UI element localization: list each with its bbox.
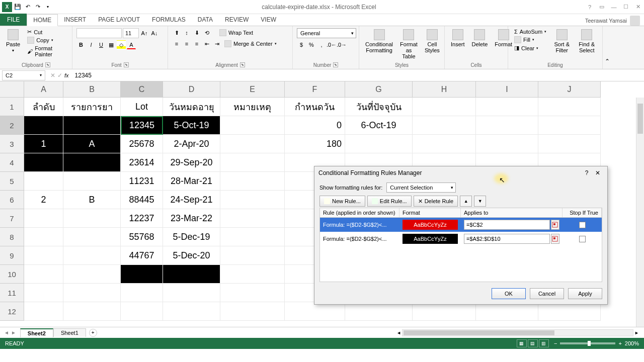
edit-rule-button[interactable]: Edit Rule... <box>367 196 412 207</box>
fill-color-button[interactable]: ◇ <box>117 40 126 49</box>
redo-icon[interactable]: ↷ <box>33 3 42 12</box>
stop-checkbox-2[interactable] <box>579 236 586 242</box>
cell-B8[interactable] <box>63 228 121 246</box>
zoom-out-icon[interactable]: − <box>554 340 557 346</box>
cell-J1[interactable] <box>538 98 601 116</box>
range-select-icon-2[interactable] <box>551 234 559 244</box>
align-right-icon[interactable]: ≡ <box>192 39 201 48</box>
align-left-icon[interactable]: ≡ <box>172 39 181 48</box>
accept-formula-icon[interactable]: ✓ <box>57 72 62 79</box>
cell-B2[interactable] <box>63 116 121 135</box>
cell-A2[interactable] <box>24 116 63 135</box>
percent-icon[interactable]: % <box>307 40 316 49</box>
dialog-help-icon[interactable]: ? <box>581 169 592 176</box>
wrap-text-button[interactable]: Wrap Text <box>217 29 255 37</box>
row-header-2[interactable]: 2 <box>0 116 24 135</box>
orientation-icon[interactable]: ⟲ <box>202 28 211 37</box>
cell-E10[interactable] <box>220 265 285 284</box>
increase-font-icon[interactable]: A↑ <box>140 29 149 38</box>
zoom-in-icon[interactable]: + <box>618 340 621 346</box>
col-header-C[interactable]: C <box>121 81 163 98</box>
cell-C6[interactable]: 88445 <box>121 191 163 209</box>
merge-button[interactable]: Merge & Center▾ <box>222 40 279 48</box>
zoom-level[interactable]: 200% <box>625 340 639 346</box>
underline-button[interactable]: U <box>97 40 106 49</box>
maximize-icon[interactable]: ☐ <box>622 3 630 11</box>
font-launcher[interactable]: ⬊ <box>124 62 129 67</box>
align-center-icon[interactable]: ≡ <box>182 39 191 48</box>
move-up-button[interactable]: ▲ <box>460 196 472 207</box>
cell-C9[interactable]: 44767 <box>121 246 163 265</box>
col-header-H[interactable]: H <box>413 81 476 98</box>
italic-button[interactable]: I <box>87 40 96 49</box>
tab-data[interactable]: DATA <box>192 14 219 26</box>
qat-customize-icon[interactable]: ▾ <box>43 3 52 12</box>
cancel-button[interactable]: Cancel <box>530 288 564 299</box>
cell-C11[interactable] <box>121 284 163 302</box>
cell-G2[interactable]: 6-Oct-19 <box>345 116 413 135</box>
cell-A12[interactable] <box>24 302 63 321</box>
help-icon[interactable]: ? <box>586 3 594 11</box>
row-header-1[interactable]: 1 <box>0 98 24 116</box>
row-header-4[interactable]: 4 <box>0 153 24 172</box>
dialog-titlebar[interactable]: Conditional Formatting Rules Manager ? ✕ <box>314 166 607 179</box>
format-as-table-button[interactable]: Format as Table <box>398 28 420 60</box>
cell-A8[interactable] <box>24 228 63 246</box>
fill-button[interactable]: Fill▾ <box>512 36 548 44</box>
cell-D6[interactable]: 24-Sep-21 <box>163 191 220 209</box>
align-top-icon[interactable]: ⬆ <box>172 28 181 37</box>
delete-rule-button[interactable]: ✕Delete Rule <box>414 196 458 207</box>
sheet-tab-active[interactable]: Sheet2 <box>20 328 53 337</box>
horizontal-scrollbar[interactable] <box>402 329 633 336</box>
cell-C7[interactable]: 12237 <box>121 209 163 228</box>
cell-C1[interactable]: Lot <box>121 98 163 116</box>
cell-F2[interactable]: 0 <box>285 116 345 135</box>
indent-dec-icon[interactable]: ⇤ <box>202 39 211 48</box>
select-all-corner[interactable] <box>0 81 24 98</box>
cell-B5[interactable] <box>63 172 121 191</box>
cell-A5[interactable] <box>24 172 63 191</box>
stop-checkbox-1[interactable] <box>579 222 586 228</box>
add-sheet-button[interactable]: + <box>89 329 97 337</box>
cell-C8[interactable]: 55768 <box>121 228 163 246</box>
find-select-button[interactable]: Find & Select <box>575 28 598 54</box>
applies-input-1[interactable]: =$C$2 <box>464 220 550 230</box>
col-header-F[interactable]: F <box>285 81 345 98</box>
cell-J2[interactable] <box>538 116 601 135</box>
cell-E2[interactable] <box>220 116 285 135</box>
row-header-9[interactable]: 9 <box>0 246 24 265</box>
row-header-12[interactable]: 12 <box>0 302 24 321</box>
cell-B4[interactable] <box>63 153 121 172</box>
currency-icon[interactable]: $ <box>297 40 306 49</box>
col-header-E[interactable]: E <box>220 81 285 98</box>
tab-page-layout[interactable]: PAGE LAYOUT <box>92 14 146 26</box>
cell-B6[interactable]: B <box>63 191 121 209</box>
row-header-8[interactable]: 8 <box>0 228 24 246</box>
cell-I1[interactable] <box>476 98 538 116</box>
hscroll-right-icon[interactable]: ► <box>633 330 640 335</box>
cell-D3[interactable]: 2-Apr-20 <box>163 135 220 153</box>
indent-inc-icon[interactable]: ⇥ <box>212 39 221 48</box>
cell-D10[interactable] <box>163 265 220 284</box>
cell-D11[interactable] <box>163 284 220 302</box>
cell-F1[interactable]: กำหนดวัน <box>285 98 345 116</box>
cell-B11[interactable] <box>63 284 121 302</box>
col-header-B[interactable]: B <box>63 81 121 98</box>
cell-A7[interactable] <box>24 209 63 228</box>
cell-H3[interactable] <box>413 135 476 153</box>
cell-B1[interactable]: รายการยา <box>63 98 121 116</box>
number-launcher[interactable]: ⬊ <box>333 62 338 67</box>
apply-button[interactable]: Apply <box>568 288 602 299</box>
dialog-close-icon[interactable]: ✕ <box>592 169 603 176</box>
col-header-A[interactable]: A <box>24 81 63 98</box>
vertical-scrollbar[interactable] <box>636 98 644 327</box>
cell-A10[interactable] <box>24 265 63 284</box>
tab-home[interactable]: HOME <box>27 14 58 26</box>
sheet-prev-icon[interactable]: ◄ <box>4 330 9 335</box>
scroll-thumb-h[interactable] <box>404 330 554 335</box>
row-header-11[interactable]: 11 <box>0 284 24 302</box>
cell-H1[interactable] <box>413 98 476 116</box>
sheet-next-icon[interactable]: ► <box>11 330 16 335</box>
cell-D8[interactable]: 5-Dec-19 <box>163 228 220 246</box>
range-select-icon-1[interactable] <box>551 220 559 230</box>
